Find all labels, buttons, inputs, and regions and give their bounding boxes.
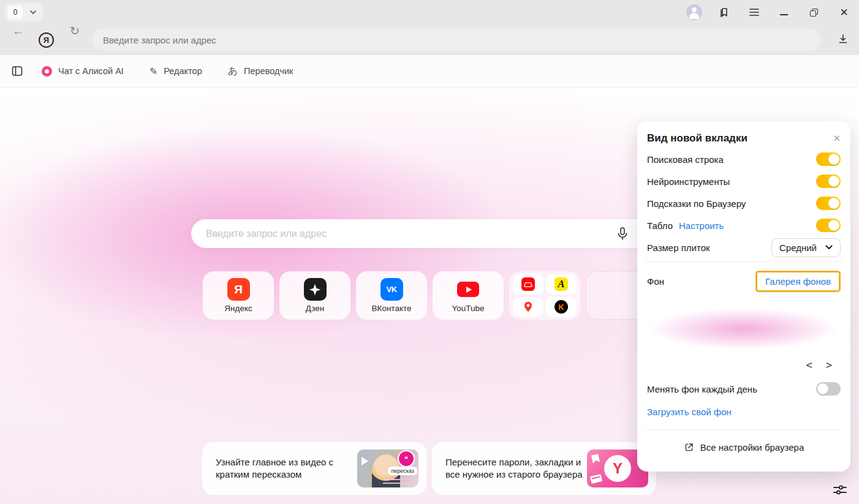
bookmark-label: Чат с Алисой AI [58,66,124,76]
bookmark-label: Переводчик [244,66,293,76]
kinopoisk-icon: K [554,300,568,314]
tile-maps[interactable] [513,297,543,317]
toggle-search-bar[interactable] [816,152,841,166]
bookmark-mini-icon [591,454,600,464]
background-preview[interactable] [647,297,841,356]
bookmarks-bar: Чат с Алисой AI ✎ Редактор あ Переводчик [0,55,859,88]
tile-autoru[interactable] [513,274,543,295]
reload-button[interactable]: ↻ [70,25,80,37]
tab-strip: 0 ✕ [0,0,859,24]
promo-card-import[interactable]: Перенесите пароли, закладки и все нужное… [432,442,656,495]
quote-icon: ❝ [399,451,414,466]
external-link-icon [684,442,694,453]
setting-row-search-bar: Поисковая строка [647,148,841,170]
address-input[interactable] [103,35,810,45]
voice-search-icon[interactable] [615,226,630,242]
tableau-tiles: Я Яндекс Дзен VK ВКонтакте YouTube [203,271,657,320]
toggle-tableau[interactable] [816,219,841,232]
minimize-icon [780,14,788,15]
profile-button[interactable] [679,0,709,24]
background-carousel-controls: < > [647,356,841,374]
tile-dzen[interactable]: Дзен [279,271,350,320]
autoru-car-icon [521,277,535,291]
tableau-configure-link[interactable]: Настроить [679,220,724,231]
afisha-icon: A [554,277,568,291]
tile-afisha[interactable]: A [546,274,577,295]
chevron-down-icon [825,245,833,250]
tile-vk[interactable]: VK ВКонтакте [356,271,427,320]
minimize-button[interactable] [769,0,799,24]
collections-button[interactable] [709,0,739,24]
setting-row-background: Фон Галерея фонов [647,265,841,297]
youtube-icon [457,278,480,301]
bookmark-label: Редактор [164,66,202,76]
play-icon [361,457,368,465]
tab-group[interactable]: 0 [5,3,43,21]
bookmarks-icon [718,6,730,18]
tab-list-chevron-down-icon[interactable] [29,10,37,15]
toggle-neuro-tools[interactable] [816,175,841,188]
downloads-button[interactable] [837,33,849,45]
map-pin-icon [523,301,534,313]
hamburger-menu-icon [749,8,760,17]
back-button[interactable]: ← [12,25,24,37]
tile-yandex[interactable]: Я Яндекс [203,271,274,320]
setting-row-tile-size: Размер плиток Средний [647,236,841,258]
close-button[interactable]: ✕ [829,0,859,24]
panel-title: Вид новой вкладки [647,132,747,145]
bookmark-alice-chat[interactable]: Чат с Алисой AI [42,66,124,77]
search-bar[interactable] [191,219,668,248]
bookmark-translator[interactable]: あ Переводчик [228,65,293,78]
bookmark-editor[interactable]: ✎ Редактор [149,66,202,77]
tile-folder-group[interactable]: A K [509,271,580,320]
pencil-icon: ✎ [149,66,157,77]
new-tab-settings-panel: Вид новой вкладки ✕ Поисковая строка Ней… [637,121,850,472]
page-settings-button[interactable] [832,483,848,497]
sidebar-toggle-button[interactable] [11,65,23,77]
restore-window-icon [810,9,818,17]
panel-close-icon[interactable]: ✕ [833,133,841,144]
yandex-browser-logo: Y [604,455,631,482]
restore-button[interactable] [799,0,829,24]
setting-row-change-daily: Менять фон каждый день [647,377,841,401]
toggle-change-daily[interactable] [816,382,841,396]
toggle-browser-tips[interactable] [816,197,841,210]
setting-row-browser-tips: Подсказки по Браузеру [647,192,841,214]
dzen-icon [304,278,327,301]
search-input[interactable] [206,228,631,239]
avatar-icon [686,4,702,20]
tab-counter-badge[interactable]: 0 [7,5,23,20]
promo-cards: Узнайте главное из видео с кратким перес… [202,442,656,495]
menu-button[interactable] [739,0,769,24]
all-settings-button[interactable]: Все настройки браузера [647,433,841,461]
carousel-next-button[interactable]: > [826,359,832,371]
translator-icon: あ [228,65,238,78]
close-icon: ✕ [839,7,848,18]
address-bar[interactable] [92,29,821,51]
alice-icon [42,66,52,77]
setting-row-tableau: Табло Настроить [647,214,841,236]
tile-kinopoisk[interactable]: K [546,297,577,317]
vk-icon: VK [380,278,403,301]
yandex-icon: Я [227,278,250,301]
video-summary-illustration: ❝ пересказ [357,449,418,487]
upload-background-link[interactable]: Загрузить свой фон [647,407,732,417]
background-gallery-button[interactable]: Галерея фонов [755,271,841,292]
background-preview-blob [649,308,838,350]
setting-row-neuro-tools: Нейроинструменты [647,170,841,192]
creditcard-mini-icon [590,474,602,484]
promo-card-video-summary[interactable]: Узнайте главное из видео с кратким перес… [202,442,426,495]
carousel-prev-button[interactable]: < [806,359,812,371]
yandex-home-button[interactable]: Я [39,32,54,48]
tile-youtube[interactable]: YouTube [433,271,504,320]
tile-size-select[interactable]: Средний [771,238,841,257]
